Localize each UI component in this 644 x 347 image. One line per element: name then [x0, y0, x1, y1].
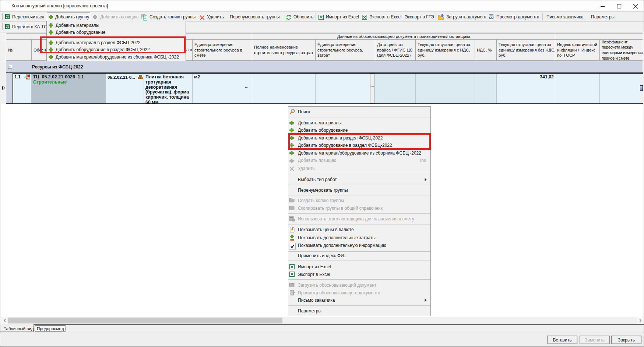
svg-text:КА:: КА:: [6, 26, 10, 29]
svg-text:КА:: КА:: [6, 16, 10, 19]
